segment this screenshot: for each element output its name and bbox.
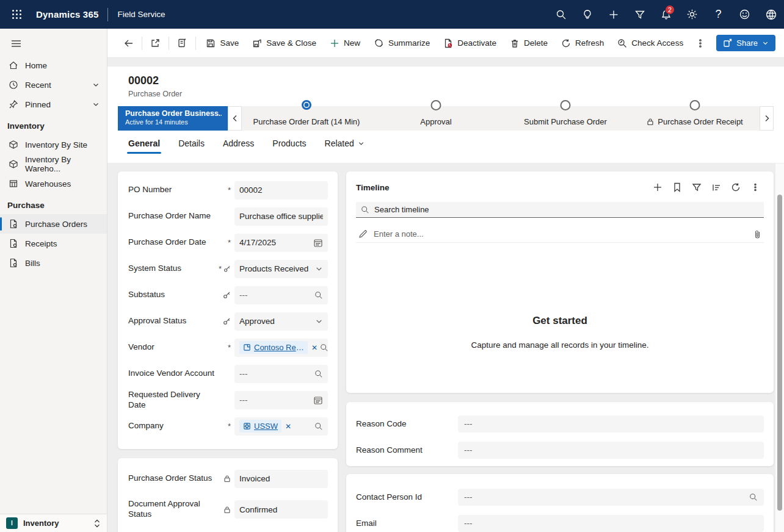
bpf-stage-draft[interactable]: Purchase Order Draft (14 Min) xyxy=(242,106,371,131)
required-asterisk: * xyxy=(228,422,231,431)
timeline-filter-icon[interactable] xyxy=(688,179,705,196)
company-lookup[interactable]: USSW ✕ xyxy=(234,417,328,436)
tab-products[interactable]: Products xyxy=(272,138,306,154)
invoice-vendor-account-lookup[interactable]: --- xyxy=(234,365,328,383)
chevron-down-icon[interactable] xyxy=(315,265,323,273)
sidebar-item-warehouses[interactable]: Warehouses xyxy=(0,174,107,193)
sidebar-item-purchase-orders[interactable]: Purchase Orders xyxy=(0,214,107,234)
trash-icon xyxy=(510,38,520,48)
search-icon[interactable] xyxy=(314,422,323,431)
sidebar-item-receipts[interactable]: Receipts xyxy=(0,234,107,253)
sidebar-item-home[interactable]: Home xyxy=(0,56,107,75)
contact-person-id-lookup[interactable]: --- xyxy=(458,489,764,506)
stage-radio-icon xyxy=(690,100,700,110)
record-id: 00002 xyxy=(128,74,784,87)
tab-details[interactable]: Details xyxy=(178,138,205,154)
save-and-close-button[interactable]: Save & Close xyxy=(245,33,323,54)
check-access-button[interactable]: Check Access xyxy=(611,33,690,54)
search-icon[interactable] xyxy=(314,291,323,300)
popout-icon[interactable] xyxy=(145,33,165,54)
save-button[interactable]: Save xyxy=(199,33,245,54)
bpf-next-icon[interactable] xyxy=(760,106,774,131)
timeline-search-input[interactable]: Search timeline xyxy=(356,202,764,218)
email-input[interactable]: --- xyxy=(458,515,764,532)
field-email: Email --- xyxy=(356,510,764,532)
search-icon[interactable] xyxy=(320,343,328,352)
calendar-icon[interactable] xyxy=(313,395,323,405)
sidebar-item-bills[interactable]: Bills xyxy=(0,253,107,273)
tab-related[interactable]: Related xyxy=(325,138,365,154)
back-icon[interactable] xyxy=(118,33,139,54)
timeline-more-icon[interactable] xyxy=(747,179,764,196)
sidebar-toggle-icon[interactable] xyxy=(7,35,24,52)
timeline-refresh-icon[interactable] xyxy=(727,179,744,196)
bpf-stage-submit[interactable]: Submit Purchase Order xyxy=(501,106,630,131)
settings-icon[interactable] xyxy=(679,0,705,29)
po-number-input[interactable]: 00002 xyxy=(234,181,328,200)
filter-icon[interactable] xyxy=(626,0,653,29)
more-commands-icon[interactable] xyxy=(690,33,710,54)
scrollbar-track[interactable] xyxy=(775,164,784,532)
search-icon[interactable] xyxy=(548,0,574,29)
account-icon[interactable] xyxy=(758,0,784,29)
home-icon xyxy=(9,60,18,70)
new-button[interactable]: New xyxy=(323,33,367,54)
share-button[interactable]: Share xyxy=(716,35,775,51)
plus-icon[interactable] xyxy=(600,0,626,29)
timeline-add-icon[interactable] xyxy=(649,179,666,196)
lightbulb-icon[interactable] xyxy=(574,0,600,29)
bpf-prev-icon[interactable] xyxy=(228,106,242,131)
timeline-note-input[interactable]: Enter a note... xyxy=(356,226,764,243)
bpf-active-stage-box[interactable]: Purchase Order Business... Active for 14… xyxy=(118,106,228,131)
sidebar-item-pinned[interactable]: Pinned xyxy=(0,95,107,114)
document-approval-status-value: Confirmed xyxy=(234,500,328,519)
system-status-select[interactable]: Products Received xyxy=(234,260,328,278)
vendor-record-pill[interactable]: Contoso Ret... xyxy=(239,341,308,354)
remove-vendor-icon[interactable]: ✕ xyxy=(311,343,318,352)
company-record-pill[interactable]: USSW xyxy=(239,420,281,433)
field-approval-status: Approval Status Approved xyxy=(118,308,338,334)
substatus-lookup[interactable]: --- xyxy=(234,286,328,304)
reason-code-input[interactable]: --- xyxy=(458,415,764,433)
refresh-button[interactable]: Refresh xyxy=(554,33,611,54)
purchase-order-date-input[interactable]: 4/17/2025 xyxy=(234,234,328,252)
tab-address[interactable]: Address xyxy=(223,138,254,154)
form-switch-icon[interactable] xyxy=(172,33,192,54)
requested-delivery-date-input[interactable]: --- xyxy=(234,391,328,409)
form-tabs: General Details Address Products Related xyxy=(128,138,784,154)
calendar-icon[interactable] xyxy=(313,238,323,248)
search-icon[interactable] xyxy=(749,493,758,501)
delete-button[interactable]: Delete xyxy=(503,33,554,54)
deactivate-button[interactable]: Deactivate xyxy=(437,33,503,54)
tab-general[interactable]: General xyxy=(128,138,160,154)
brand-logo[interactable]: Dynamics 365 xyxy=(36,9,98,20)
remove-company-icon[interactable]: ✕ xyxy=(285,422,291,431)
chevron-down-icon[interactable] xyxy=(315,317,323,325)
scrollbar-thumb[interactable] xyxy=(777,195,782,511)
stage-radio-icon xyxy=(561,100,571,110)
help-icon[interactable]: ? xyxy=(705,0,731,29)
bpf-stage-receipt[interactable]: Purchase Order Receipt xyxy=(630,106,760,131)
vendor-lookup[interactable]: Contoso Ret... ✕ xyxy=(234,339,328,357)
purchase-order-name-input[interactable]: Purchase office supplies xyxy=(234,207,328,226)
search-icon[interactable] xyxy=(314,370,323,378)
field-reason-code: Reason Code --- xyxy=(356,411,764,437)
field-purchase-order-status: Purchase Order Status Invoiced xyxy=(118,466,338,492)
bell-icon[interactable]: 2 xyxy=(653,0,679,29)
stage-radio-icon xyxy=(431,100,441,110)
sidebar-item-inventory-by-warehouse[interactable]: Inventory By Wareho... xyxy=(0,154,107,174)
approval-status-select[interactable]: Approved xyxy=(234,312,328,331)
sidebar-item-inventory-by-site[interactable]: Inventory By Site xyxy=(0,135,107,154)
bpf-stage-approval[interactable]: Approval xyxy=(371,106,501,131)
sidebar-item-recent[interactable]: Recent xyxy=(0,75,107,95)
deactivate-icon xyxy=(443,38,453,48)
timeline-bookmark-icon[interactable] xyxy=(669,179,686,196)
product-name[interactable]: Field Service xyxy=(117,10,165,19)
feedback-icon[interactable] xyxy=(731,0,758,29)
waffle-icon[interactable] xyxy=(8,5,26,24)
reason-comment-input[interactable]: --- xyxy=(458,442,764,459)
area-switcher[interactable]: I Inventory xyxy=(0,514,107,532)
timeline-sort-icon[interactable] xyxy=(708,179,725,196)
sidebar-section-inventory: Inventory xyxy=(0,114,107,135)
summarize-button[interactable]: Summarize xyxy=(367,33,437,54)
